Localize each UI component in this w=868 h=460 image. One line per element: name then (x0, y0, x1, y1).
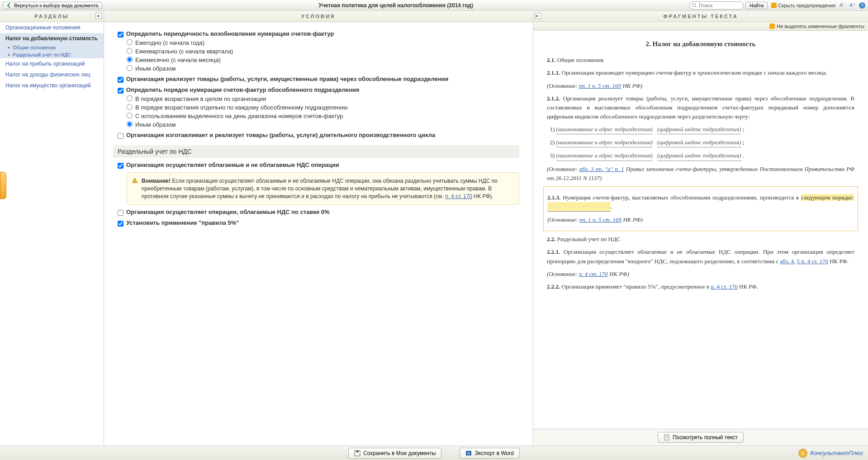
radio-yearly[interactable] (127, 39, 133, 45)
collapse-sections-icon[interactable]: ◄ (95, 13, 102, 19)
save-button[interactable]: Сохранить в Мои документы (348, 448, 441, 459)
check-long-cycle[interactable] (118, 133, 123, 139)
t222: Организация применяет "правило 5%", пред… (560, 283, 711, 290)
fill-order (547, 202, 611, 212)
li1: 1) (550, 126, 555, 133)
brand-icon (798, 449, 807, 458)
link-abz3[interactable]: абз. 3 пп. "а" п. 1 (579, 166, 624, 172)
fill-name-2: (наименование и адрес подразделения) (556, 138, 653, 147)
alert-icon: ! (132, 177, 138, 184)
fill-name-1: (наименование и адрес подразделения) (556, 125, 653, 134)
radio-quarterly[interactable] (127, 48, 133, 54)
svg-text:W: W (467, 451, 470, 455)
nkrf5: НК РФ) (608, 270, 629, 277)
brand: КонсультантПлюс (798, 449, 863, 458)
n211: 2.1.1. (547, 69, 560, 76)
base1: (Основание: (547, 82, 579, 89)
check-taxable-ops-label: Организация осуществляет облагаемые и не… (126, 161, 339, 168)
section-item-profit[interactable]: Налог на прибыль организаций (0, 58, 104, 69)
check-numbering-period[interactable] (118, 32, 123, 38)
check-rule5[interactable] (118, 221, 123, 227)
section-item-ndfl[interactable]: Налог на доходы физических лиц (0, 69, 104, 80)
warning-box: ! Внимание! Если организация осуществляе… (127, 172, 519, 205)
fill-name-3: (наименование и адрес подразделения) (556, 151, 653, 161)
collapse-fragments-icon[interactable]: ► (535, 13, 541, 19)
li3: 3) (550, 152, 555, 159)
radio-monthly-label: Ежемесячно (с начала месяца) (135, 57, 221, 63)
brand-label: КонсультантПлюс (810, 450, 863, 456)
link-170-2[interactable]: п. 4 ст. 170 (579, 270, 608, 277)
link-169-1[interactable]: пп. 1 п. 5 ст. 169 (579, 82, 621, 89)
radio-range-label: С использованием выделенного на день диа… (135, 113, 343, 119)
highlight-icon (769, 24, 775, 29)
check-rule5-label: Установить применение "правила 5%" (126, 219, 239, 226)
svg-point-0 (692, 3, 695, 6)
font-larger-icon[interactable]: A⁺ (849, 2, 856, 9)
check-long-cycle-label: Организация изготавливает и реализует то… (126, 132, 435, 138)
radio-asc-org[interactable] (127, 95, 133, 101)
side-tab-handle[interactable] (0, 172, 6, 199)
fill-idx-2: (цифровой индекс подразделения) (657, 138, 741, 147)
search-icon (692, 3, 697, 8)
help-icon[interactable]: ? (859, 2, 865, 9)
svg-rect-9 (356, 451, 359, 452)
search-input[interactable] (689, 1, 744, 9)
section-item-property[interactable]: Налог на имущество организаций (0, 80, 104, 91)
arrow-left-icon (7, 3, 12, 8)
svg-line-1 (695, 6, 697, 8)
document-icon (664, 434, 670, 441)
radio-monthly[interactable] (127, 57, 133, 62)
svg-text:!: ! (134, 179, 136, 183)
link-169-2[interactable]: пп. 1 п. 5 ст. 169 (579, 216, 621, 223)
conditions-header: УСЛОВИЯ (104, 11, 533, 22)
radio-asc-sub-label: В порядке возрастания отдельно по каждом… (135, 104, 348, 111)
section-sub-separate[interactable]: Раздельный учет по НДС (0, 51, 104, 58)
fragments-header: ► ФРАГМЕНТЫ ТЕКСТА (533, 11, 868, 22)
base4: (Основание: (547, 270, 579, 277)
no-highlight-toggle[interactable]: Не выделять измененные фрагменты (777, 24, 864, 29)
check-zero-rate[interactable] (118, 210, 123, 216)
fill-idx-1: (цифровой индекс подразделения) (657, 125, 741, 134)
nkrf4: НК РФ. (828, 258, 849, 265)
check-subdivisions[interactable] (118, 77, 123, 83)
link-170-1[interactable]: 5 п. 4 ст. 170 (797, 258, 828, 265)
radio-other1-label: Иным образом (135, 65, 175, 72)
warn-link[interactable]: п. 4 ст. 170 (445, 193, 472, 199)
check-sub-numbering-label: Определить порядок нумерации счетов-факт… (126, 86, 359, 93)
check-subdivisions-label: Организация реализует товары (работы, ус… (126, 76, 448, 82)
view-full-text-button[interactable]: Посмотреть полный текст (658, 432, 744, 443)
find-button[interactable]: Найти (745, 2, 768, 9)
nkrf3: НК РФ) (621, 216, 643, 223)
hide-warnings-toggle[interactable]: Скрыть предупреждения (771, 3, 835, 8)
n222: 2.2.2. (547, 283, 560, 290)
n212: 2.1.2. (547, 95, 560, 102)
t22: Раздельный учет по НДС (556, 236, 621, 242)
warn-text: Если организация осуществляет облагаемые… (142, 178, 498, 199)
export-label: Экспорт в Word (474, 450, 514, 456)
radio-other2-label: Иным образом (135, 121, 175, 128)
link-170-3[interactable]: п. 4 ст. 170 (711, 283, 738, 290)
check-taxable-ops[interactable] (118, 163, 123, 169)
word-icon: W (465, 450, 472, 456)
section-sub-general[interactable]: Общие положения (0, 44, 104, 51)
n213: 2.1.3. (547, 194, 560, 201)
link-abz4[interactable]: абз. 4 (780, 258, 794, 265)
export-word-button[interactable]: W Экспорт в Word (460, 448, 520, 459)
li2: 2) (550, 139, 555, 146)
n21: 2.1. (547, 57, 556, 63)
radio-other1[interactable] (127, 65, 133, 71)
back-button[interactable]: Вернуться к выбору вида документа (3, 2, 102, 9)
section-item-org[interactable]: Организационные положения (0, 22, 104, 33)
save-icon (354, 450, 360, 456)
radio-range[interactable] (127, 113, 133, 119)
radio-other2[interactable] (127, 121, 133, 127)
t213a: Нумерация счетов-фактур, выставляемых об… (560, 194, 801, 201)
section-item-nds[interactable]: Налог на добавленную стоимость (0, 33, 104, 44)
base2: (Основание: (547, 166, 579, 172)
radio-asc-sub[interactable] (127, 104, 133, 110)
nkrf6: НК РФ. (738, 283, 758, 290)
check-sub-numbering[interactable] (118, 88, 123, 94)
font-smaller-icon[interactable]: A⁻ (839, 2, 846, 9)
check-zero-rate-label: Организация осуществляет операции, облаг… (126, 209, 330, 215)
cond-subhead-separate: Раздельный учет по НДС (113, 145, 519, 158)
